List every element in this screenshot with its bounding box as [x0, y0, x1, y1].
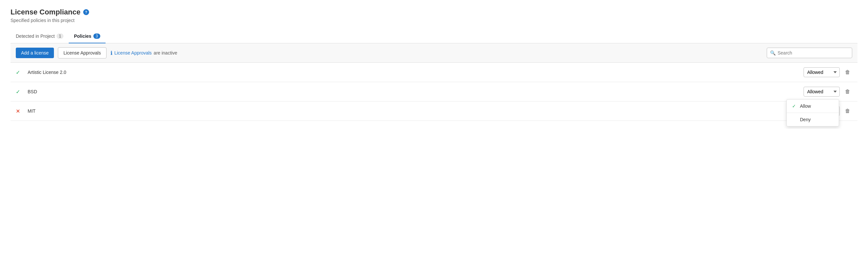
tab-policies[interactable]: Policies 3	[69, 30, 105, 43]
table-row: ✕ MIT Allowed Denied 🗑	[10, 101, 858, 121]
search-icon: 🔍	[770, 50, 776, 56]
tab-detected[interactable]: Detected in Project 1	[10, 30, 69, 43]
delete-button-artistic[interactable]: 🗑	[843, 68, 852, 76]
page-title-text: License Compliance	[10, 8, 81, 16]
license-name: Artistic License 2.0	[28, 70, 804, 75]
page-header: License Compliance ? Specified policies …	[10, 8, 858, 23]
table-row: ✓ BSD Allowed Denied 🗑 ✓ Allow Deny	[10, 82, 858, 101]
check-icon: ✓	[16, 69, 24, 75]
page-subtitle: Specified policies in this project	[10, 18, 858, 23]
status-select-bsd[interactable]: Allowed Denied	[804, 87, 840, 97]
delete-button-bsd[interactable]: 🗑	[843, 88, 852, 96]
license-name: MIT	[28, 108, 804, 114]
x-icon: ✕	[16, 108, 24, 114]
tabs-container: Detected in Project 1 Policies 3	[10, 30, 858, 43]
check-icon: ✓	[16, 89, 24, 95]
inactive-text: are inactive	[154, 50, 177, 56]
license-actions: Allowed Denied 🗑	[804, 67, 852, 77]
license-actions: Allowed Denied 🗑	[804, 87, 852, 97]
tab-policies-badge: 3	[93, 34, 100, 39]
toolbar: Add a license License Approvals ℹ Licens…	[10, 43, 858, 63]
allow-check-icon: ✓	[792, 103, 797, 109]
license-list: ✓ Artistic License 2.0 Allowed Denied 🗑 …	[10, 63, 858, 121]
deny-label: Deny	[800, 117, 811, 122]
info-icon: ℹ	[111, 50, 113, 56]
license-approvals-link[interactable]: License Approvals	[115, 50, 152, 56]
status-dropdown: ✓ Allow Deny	[786, 99, 839, 127]
search-wrapper: 🔍	[767, 47, 852, 58]
tab-detected-badge: 1	[57, 34, 63, 39]
help-icon[interactable]: ?	[83, 9, 89, 15]
license-approvals-button[interactable]: License Approvals	[58, 47, 106, 59]
page-title: License Compliance ?	[10, 8, 858, 16]
dropdown-deny-item[interactable]: Deny	[787, 113, 839, 126]
tab-policies-label: Policies	[74, 34, 91, 39]
status-select-artistic[interactable]: Allowed Denied	[804, 67, 840, 77]
delete-button-mit[interactable]: 🗑	[843, 107, 852, 115]
table-row: ✓ Artistic License 2.0 Allowed Denied 🗑	[10, 63, 858, 82]
search-input[interactable]	[767, 47, 852, 58]
allow-label: Allow	[800, 103, 811, 109]
dropdown-allow-item[interactable]: ✓ Allow	[787, 100, 839, 113]
add-license-button[interactable]: Add a license	[16, 47, 54, 58]
tab-detected-label: Detected in Project	[16, 34, 55, 39]
license-name: BSD	[28, 89, 804, 94]
inactive-notice: ℹ License Approvals are inactive	[111, 50, 177, 56]
